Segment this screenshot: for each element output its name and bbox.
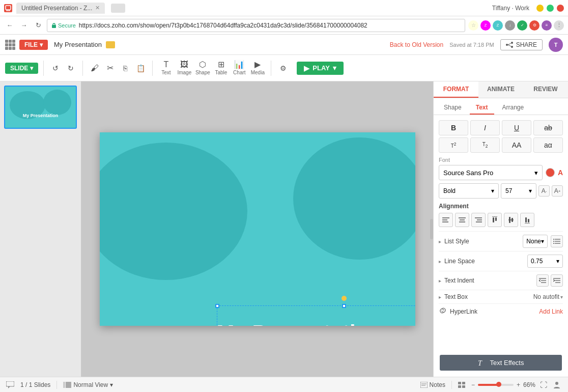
new-tab-button[interactable]	[111, 4, 125, 13]
settings-button[interactable]: ⚙	[276, 62, 290, 75]
ext-icon-5[interactable]: ⚙	[529, 20, 539, 31]
file-menu-button[interactable]: FILE ▾	[19, 40, 48, 50]
fullscreen-button[interactable]: ⛶	[538, 380, 549, 390]
apps-grid-icon[interactable]	[5, 40, 15, 50]
slide-thumbnail-1[interactable]: 1 My Presentation	[4, 86, 77, 129]
font-family-select[interactable]: Source Sans Pro	[439, 165, 543, 180]
minimize-button[interactable]: —	[536, 5, 544, 12]
strikethrough-button[interactable]: ab	[533, 120, 563, 135]
text-box-dropdown[interactable]: No autofit	[533, 293, 563, 300]
bookmark-icon[interactable]: ☆	[468, 20, 478, 31]
align-bottom-button[interactable]	[520, 213, 534, 227]
indent-increase-button[interactable]	[551, 274, 563, 287]
play-button[interactable]: ▶ PLAY ▾	[297, 62, 343, 75]
person-icon[interactable]	[552, 380, 562, 390]
menu-button[interactable]: ⋮	[554, 20, 564, 31]
tab-close-icon[interactable]: ✕	[95, 5, 100, 11]
superscript-button[interactable]: T2	[439, 137, 468, 153]
slide-title[interactable]: My Presentation	[217, 321, 382, 326]
list-icon-button[interactable]	[551, 235, 563, 247]
add-link-button[interactable]: Add Link	[539, 308, 563, 315]
format-tab-arrange[interactable]: Arrange	[496, 101, 530, 115]
format-tab-shape[interactable]: Shape	[438, 101, 468, 115]
shape-tool-button[interactable]: ⬡ Shape	[194, 60, 211, 76]
comment-button[interactable]	[6, 381, 14, 388]
tab-format[interactable]: FORMAT	[434, 81, 478, 98]
maximize-button[interactable]: □	[547, 5, 554, 12]
refresh-button[interactable]: ↻	[33, 20, 44, 31]
text-effects-button[interactable]: T Text Effects	[440, 355, 562, 371]
lowercase-button[interactable]: aα	[533, 137, 563, 153]
zoom-out-button[interactable]: −	[471, 381, 475, 388]
ext-icon-2[interactable]: Z	[493, 20, 503, 31]
redo-button[interactable]: ↻	[64, 62, 77, 75]
text-color-button[interactable]	[546, 168, 555, 177]
save-icon[interactable]	[106, 41, 115, 48]
list-style-select[interactable]: None	[523, 235, 548, 248]
bold-button[interactable]: B	[439, 120, 468, 135]
slide-button[interactable]: SLIDE ▾	[5, 63, 38, 74]
paste-button[interactable]: 📋	[134, 62, 147, 75]
font-size-select[interactable]: 57	[501, 183, 536, 199]
ext-icon-3[interactable]: ↓	[505, 20, 515, 31]
italic-button[interactable]: I	[470, 120, 500, 135]
uppercase-button[interactable]: AA	[502, 137, 531, 153]
normal-view-button[interactable]: Normal View ▾	[63, 381, 113, 388]
media-tool-button[interactable]: ▶ Media	[249, 60, 266, 76]
resize-handle-top-left[interactable]	[215, 304, 219, 308]
align-top-button[interactable]	[488, 213, 502, 227]
align-right-button[interactable]	[471, 213, 486, 227]
address-input[interactable]: Secure https://docs.zoho.com/show/open/7…	[47, 19, 465, 32]
back-button[interactable]: ←	[4, 20, 15, 31]
image-tool-button[interactable]: 🖼 Image	[176, 60, 192, 76]
cut-button[interactable]: ✂	[103, 62, 117, 75]
grid-view-button[interactable]	[458, 382, 465, 388]
ext-icon-4[interactable]: ✓	[517, 20, 527, 31]
align-left-button[interactable]	[439, 213, 453, 227]
close-button[interactable]: ✕	[557, 5, 564, 12]
user-avatar[interactable]: T	[549, 38, 563, 52]
notes-button[interactable]: Notes	[420, 381, 445, 388]
font-color-icon[interactable]: A	[558, 169, 563, 177]
font-size-increase-button[interactable]: A+	[552, 185, 563, 197]
align-middle-button[interactable]	[504, 213, 518, 227]
panel-resize-handle[interactable]	[430, 219, 433, 239]
text-indent-row[interactable]: Text Indent	[439, 271, 563, 290]
app-tab[interactable]: Untitled Presentation - Z... ✕	[16, 3, 105, 14]
svg-rect-5	[53, 23, 55, 26]
font-size-decrease-button[interactable]: A-	[538, 185, 550, 197]
canvas-area[interactable]: My Presentation Click to add subtitle	[81, 81, 433, 377]
forward-button[interactable]: →	[18, 20, 30, 31]
format-tab-text[interactable]: Text	[470, 101, 494, 115]
text-box-row[interactable]: Text Box No autofit	[439, 290, 563, 303]
zoom-slider[interactable]	[478, 384, 514, 386]
font-style-select[interactable]: Bold	[439, 183, 499, 199]
share-button[interactable]: SHARE	[500, 39, 543, 50]
ext-icon-6[interactable]: ≡	[542, 20, 552, 31]
presentation-name[interactable]: My Presentation	[54, 41, 102, 48]
zoom-in-button[interactable]: +	[517, 381, 520, 388]
zoom-thumb[interactable]	[496, 382, 501, 387]
tab-review[interactable]: REVIEW	[523, 81, 568, 98]
chart-tool-label: Chart	[233, 70, 245, 75]
line-space-select[interactable]: 0.75	[527, 255, 563, 268]
table-tool-button[interactable]: ⊞ Table	[213, 60, 229, 76]
back-to-old-version[interactable]: Back to Old Version	[390, 41, 443, 48]
resize-handle-top-mid[interactable]	[342, 304, 346, 308]
format-painter-button[interactable]: 🖌	[88, 62, 101, 75]
tab-animate[interactable]: ANIMATE	[478, 81, 523, 98]
underline-button[interactable]: U	[502, 120, 531, 135]
subscript-button[interactable]: T2	[470, 137, 500, 153]
ext-icon-1[interactable]: Z	[480, 20, 491, 31]
list-style-row[interactable]: List Style None	[439, 231, 563, 251]
copy-button[interactable]: ⎘	[119, 62, 132, 75]
indent-decrease-button[interactable]	[536, 274, 549, 287]
text-tool-button[interactable]: T Text	[158, 60, 174, 76]
rotate-handle[interactable]	[342, 296, 347, 301]
align-center-button[interactable]	[455, 213, 469, 227]
line-space-row[interactable]: Line Space 0.75	[439, 251, 563, 271]
undo-button[interactable]: ↺	[49, 62, 62, 75]
slide-canvas[interactable]: My Presentation Click to add subtitle	[100, 132, 415, 326]
chart-tool-button[interactable]: 📊 Chart	[231, 60, 247, 76]
shape-icon: ⬡	[199, 61, 206, 69]
